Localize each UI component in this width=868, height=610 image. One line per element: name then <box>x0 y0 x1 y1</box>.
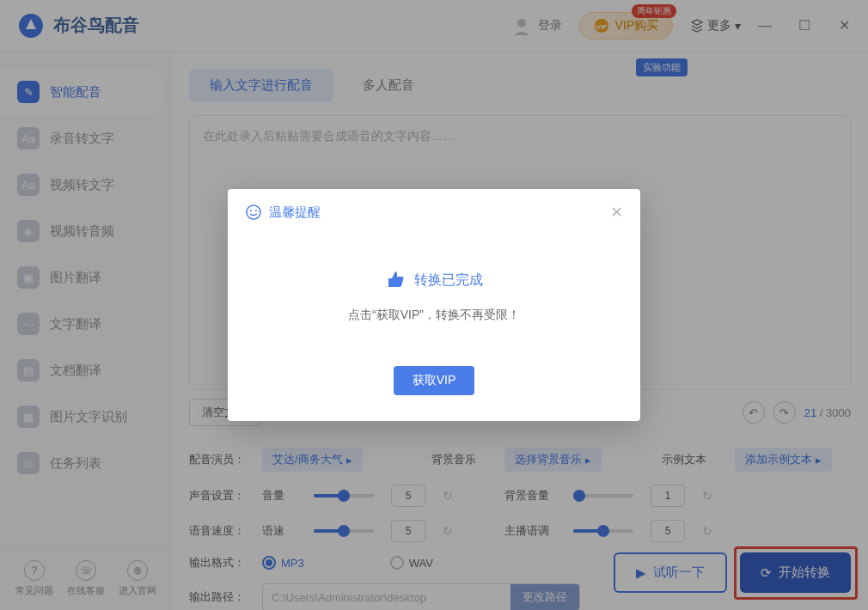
modal-close-button[interactable]: ✕ <box>610 203 623 222</box>
reminder-modal: 温馨提醒 ✕ 转换已完成 点击“获取VIP”，转换不再受限！ 获取VIP <box>228 189 640 421</box>
modal-header: 温馨提醒 ✕ <box>228 189 640 235</box>
get-vip-button[interactable]: 获取VIP <box>394 366 475 395</box>
svg-point-4 <box>247 205 260 219</box>
modal-title: 温馨提醒 <box>269 204 321 221</box>
svg-point-6 <box>255 210 257 211</box>
modal-status-text: 转换已完成 <box>414 271 483 290</box>
thumbs-up-icon <box>385 270 406 290</box>
modal-description: 点击“获取VIP”，转换不再受限！ <box>254 308 614 323</box>
svg-point-5 <box>250 210 252 211</box>
smile-icon <box>245 204 262 221</box>
modal-body: 转换已完成 点击“获取VIP”，转换不再受限！ 获取VIP <box>228 235 640 421</box>
modal-overlay[interactable]: 温馨提醒 ✕ 转换已完成 点击“获取VIP”，转换不再受限！ 获取VIP <box>0 0 868 610</box>
